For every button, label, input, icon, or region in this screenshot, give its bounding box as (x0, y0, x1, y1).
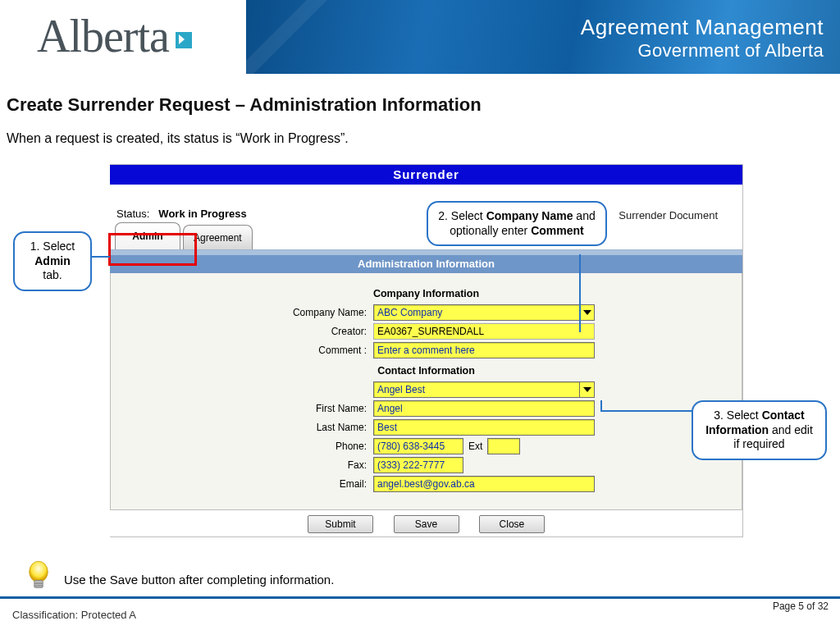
row-email: Email: angel.best@gov.ab.ca (127, 476, 725, 492)
svg-rect-2 (34, 583, 43, 585)
contact-heading: Contact Information (127, 365, 725, 377)
tab-strip: Admin Agreement (115, 222, 255, 249)
callout-2-pre: 2. Select (438, 209, 486, 222)
contact-select-value: Angel Best (373, 381, 580, 398)
alberta-logo: Alberta (37, 13, 192, 59)
callout-1-pre: 1. Select (30, 240, 75, 253)
status-line: Status: Work in Progress (116, 208, 247, 220)
row-creator: Creator: EA0367_SURRENDALL (127, 323, 725, 340)
row-contact-select: Angel Best (127, 381, 725, 398)
logo-arrow-icon (176, 32, 192, 48)
label-last-name: Last Name: (127, 422, 373, 433)
comment-input[interactable]: Enter a comment here (373, 342, 595, 358)
tab-admin[interactable]: Admin (115, 222, 180, 249)
label-fax: Fax: (127, 459, 373, 471)
chevron-down-icon[interactable] (580, 381, 595, 398)
creator-value: EA0367_SURRENDALL (373, 323, 595, 340)
header-title: Agreement Management Government of Alber… (581, 15, 824, 62)
tip-text: Use the Save button after completing inf… (64, 573, 334, 587)
svg-rect-3 (34, 586, 43, 587)
email-input[interactable]: angel.best@gov.ab.ca (373, 476, 595, 492)
company-name-select[interactable]: ABC Company (373, 304, 595, 321)
section-admin-info: Administration Information (110, 255, 742, 273)
label-first-name: First Name: (127, 403, 373, 414)
callout-3: 3. Select Contact Information and edit i… (692, 400, 827, 460)
page-header: Alberta Agreement Management Government … (0, 0, 840, 74)
status-label: Status: (116, 208, 149, 220)
page-title: Create Surrender Request – Administratio… (7, 94, 482, 116)
fax-input[interactable]: (333) 222-7777 (373, 457, 463, 473)
label-comment: Comment : (127, 345, 373, 356)
callout-3-pre: 3. Select (714, 409, 761, 422)
callout-1: 1. Select Admin tab. (13, 231, 92, 291)
callout-1-bold: Admin (34, 254, 71, 267)
chevron-down-icon[interactable] (580, 304, 595, 321)
footer-page-number: Page 5 of 32 (773, 600, 829, 612)
label-email: Email: (127, 478, 373, 490)
callout-2-bold2: Comment (531, 224, 584, 237)
row-fax: Fax: (333) 222-7777 (127, 457, 725, 473)
footer-classification: Classification: Protected A (12, 609, 136, 621)
status-value: Work in Progress (158, 208, 246, 220)
tab-agreement[interactable]: Agreement (183, 225, 253, 249)
save-button[interactable]: Save (394, 515, 459, 533)
label-phone: Phone: (127, 441, 373, 452)
row-last-name: Last Name: Best (127, 419, 725, 436)
button-row: Submit Save Close (110, 515, 742, 536)
phone-input[interactable]: (780) 638-3445 (373, 438, 463, 454)
svg-point-0 (30, 561, 48, 582)
app-banner: Surrender (110, 165, 742, 185)
callout-1-post: tab. (43, 268, 62, 281)
last-name-input[interactable]: Best (373, 419, 595, 436)
callout-2: 2. Select Company Name and optionally en… (427, 201, 607, 246)
row-company-name: Company Name: ABC Company (127, 304, 725, 321)
first-name-input[interactable]: Angel (373, 400, 595, 417)
row-comment: Comment : Enter a comment here (127, 342, 725, 358)
row-phone: Phone: (780) 638-3445 Ext (127, 438, 725, 454)
close-button[interactable]: Close (479, 515, 545, 533)
surrender-document-link[interactable]: Surrender Document (619, 209, 718, 221)
footer-rule (0, 596, 840, 599)
intro-text: When a request is created, its status is… (7, 131, 349, 146)
label-creator: Creator: (127, 326, 373, 337)
callout-3-pointer (600, 410, 692, 412)
label-ext: Ext (463, 441, 487, 452)
ext-input[interactable] (487, 438, 520, 454)
company-name-value: ABC Company (373, 304, 580, 321)
row-first-name: First Name: Angel (127, 400, 725, 417)
callout-2-pointer-v (579, 254, 581, 332)
company-heading: Company Information (127, 288, 725, 299)
callout-3-pointer-v (600, 400, 602, 412)
admin-panel: Company Information Company Name: ABC Co… (110, 273, 742, 510)
submit-button[interactable]: Submit (308, 515, 373, 533)
callout-2-bold1: Company Name (486, 209, 573, 222)
contact-select[interactable]: Angel Best (373, 381, 595, 398)
header-title-line1: Agreement Management (581, 15, 824, 40)
label-company-name: Company Name: (127, 307, 373, 318)
header-title-line2: Government of Alberta (581, 40, 824, 62)
lightbulb-icon (26, 556, 51, 597)
logo-text: Alberta (37, 13, 169, 59)
callout-1-pointer (92, 256, 110, 258)
